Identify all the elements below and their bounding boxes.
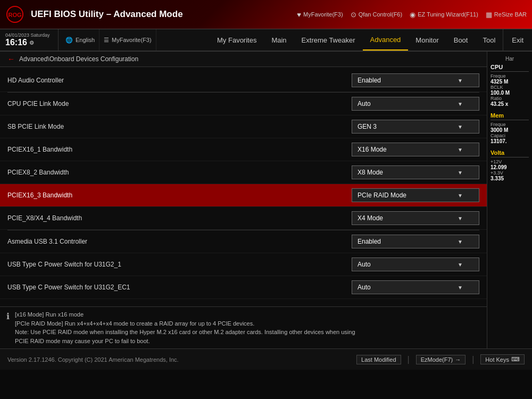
chevron-down-icon: ▼ xyxy=(458,285,463,290)
dropdown-pciex8-2[interactable]: X8 Mode ▼ xyxy=(352,165,479,179)
setting-label-cpu-pcie: CPU PCIE Link Mode xyxy=(7,100,352,107)
chevron-down-icon: ▼ xyxy=(458,239,463,245)
hot-keys-icon: ⌨ xyxy=(511,356,520,363)
ezmode-arrow-icon: → xyxy=(455,356,461,363)
mem-cap-label: Capaci xyxy=(491,133,529,138)
sidebar-title: Har xyxy=(491,56,529,62)
heart-icon: ♥ xyxy=(297,11,301,19)
chevron-down-icon: ▼ xyxy=(458,78,463,84)
info-text: [x16 Mode] Run x16 mode [PCIe RAID Mode]… xyxy=(15,310,355,345)
tab-extreme[interactable]: Extreme Tweaker xyxy=(294,29,363,51)
setting-row-cpu-pcie[interactable]: CPU PCIE Link Mode Auto ▼ xyxy=(0,93,487,115)
cpu-bclk-value: 100.0 M xyxy=(491,90,529,96)
dropdown-wrapper-asmedia-usb: Enabled ▼ xyxy=(352,235,479,248)
setting-row-pciex16-1[interactable]: PCIEX16_1 Bandwidth X16 Mode ▼ xyxy=(0,138,487,161)
chevron-down-icon: ▼ xyxy=(458,147,463,153)
cpu-freq-value: 4325 M xyxy=(491,79,529,85)
fav-nav-icon: ☰ xyxy=(104,37,109,44)
dropdown-pciex16-3[interactable]: PCIe RAID Mode ▼ xyxy=(352,188,479,202)
ezmode-btn[interactable]: EzMode(F7) → xyxy=(416,355,466,364)
tab-monitor[interactable]: Monitor xyxy=(408,29,446,51)
bios-title: UEFI BIOS Utility – Advanced Mode xyxy=(31,9,183,20)
mem-freq-label: Freque xyxy=(491,122,529,127)
breadcrumb-bar: ← Advanced\Onboard Devices Configuration xyxy=(0,52,487,67)
footer-right: Last Modified | EzMode(F7) → | Hot Keys … xyxy=(356,354,525,364)
myfavorite-btn[interactable]: ♥ MyFavorite(F3) xyxy=(297,11,343,19)
top-header: ROG UEFI BIOS Utility – Advanced Mode ♥ … xyxy=(0,0,532,29)
dropdown-usb-c-u31g2-1[interactable]: Auto ▼ xyxy=(352,257,479,271)
tab-exit[interactable]: Exit xyxy=(503,29,532,51)
setting-label-pcie-x8x4: PCIE_X8/X4_4 Bandwidth xyxy=(7,214,352,222)
dropdown-usb-c-u31g2-ec1[interactable]: Auto ▼ xyxy=(352,280,479,294)
dropdown-hd-audio[interactable]: Enabled ▼ xyxy=(352,73,479,87)
chevron-down-icon: ▼ xyxy=(458,215,463,221)
setting-row-pcie-x8x4[interactable]: PCIE_X8/X4_4 Bandwidth X4 Mode ▼ xyxy=(0,207,487,230)
dropdown-pciex16-1[interactable]: X16 Mode ▼ xyxy=(352,143,479,156)
setting-row-usb-c-u31g2-ec1[interactable]: USB Type C Power Switch for U31G2_EC1 Au… xyxy=(0,276,487,299)
sidebar-volt-header: Volta xyxy=(491,149,529,157)
setting-label-hd-audio: HD Audio Controller xyxy=(7,77,352,84)
footer: Version 2.17.1246. Copyright (C) 2021 Am… xyxy=(0,348,532,370)
dropdown-wrapper-pcie-x8x4: X4 Mode ▼ xyxy=(352,211,479,225)
header-controls: ♥ MyFavorite(F3) ⊙ Qfan Control(F6) ◉ EZ… xyxy=(297,11,527,19)
myfavorite-nav[interactable]: ☰ MyFavorite(F3) xyxy=(99,29,156,51)
chevron-down-icon: ▼ xyxy=(458,262,463,268)
setting-label-sb-pcie: SB PCIE Link Mode xyxy=(7,123,352,130)
setting-row-asmedia-usb[interactable]: Asmedia USB 3.1 Controller Enabled ▼ xyxy=(0,230,487,253)
dropdown-pcie-x8x4[interactable]: X4 Mode ▼ xyxy=(352,211,479,225)
dropdown-wrapper-sb-pcie: GEN 3 ▼ xyxy=(352,120,479,134)
sidebar-section-volt: Volta +12V 12.099 +3.3V 3.335 xyxy=(491,149,529,181)
dropdown-wrapper-pciex16-3: PCIe RAID Mode ▼ xyxy=(352,188,479,202)
nav-items: 🌐 English ☰ MyFavorite(F3) xyxy=(59,29,210,51)
eztuning-btn[interactable]: ◉ EZ Tuning Wizard(F11) xyxy=(410,11,478,19)
cpu-bclk-label: BCLK xyxy=(491,85,529,90)
tuning-icon: ◉ xyxy=(410,11,415,19)
tab-boot[interactable]: Boot xyxy=(446,29,476,51)
setting-row-usb-c-u31g2-1[interactable]: USB Type C Power Switch for U31G2_1 Auto… xyxy=(0,253,487,276)
tab-favorites[interactable]: My Favorites xyxy=(210,29,264,51)
fan-icon: ⊙ xyxy=(351,11,356,19)
main-layout: ← Advanced\Onboard Devices Configuration… xyxy=(0,52,532,348)
cpu-ratio-value: 43.25 x xyxy=(491,101,529,107)
tab-advanced[interactable]: Advanced xyxy=(363,29,409,51)
mem-freq-value: 3000 M xyxy=(491,127,529,133)
back-arrow-icon[interactable]: ← xyxy=(7,55,15,63)
cpu-ratio-label: Ratio xyxy=(491,96,529,101)
volt-12v-label: +12V xyxy=(491,159,529,164)
resizebar-btn[interactable]: ▦ ReSize BAR xyxy=(486,11,527,19)
dropdown-sb-pcie[interactable]: GEN 3 ▼ xyxy=(352,120,479,134)
hot-keys-btn[interactable]: Hot Keys ⌨ xyxy=(480,354,525,364)
breadcrumb: Advanced\Onboard Devices Configuration xyxy=(19,55,138,63)
setting-label-pciex16-3: PCIEX16_3 Bandwidth xyxy=(7,192,352,199)
sidebar-section-cpu: CPU Freque 4325 M BCLK 100.0 M Ratio 43.… xyxy=(491,64,529,107)
setting-row-pciex8-2[interactable]: PCIEX8_2 Bandwidth X8 Mode ▼ xyxy=(0,161,487,184)
setting-label-pciex16-1: PCIEX16_1 Bandwidth xyxy=(7,146,352,153)
sidebar-mem-header: Mem xyxy=(491,112,529,120)
last-modified-btn[interactable]: Last Modified xyxy=(356,355,401,364)
sidebar-cpu-header: CPU xyxy=(491,64,529,72)
resize-icon: ▦ xyxy=(486,11,492,19)
setting-label-usb-c-u31g2-1: USB Type C Power Switch for U31G2_1 xyxy=(7,261,352,268)
language-selector[interactable]: 🌐 English xyxy=(61,29,99,51)
nav-bar: 04/01/2023 Saturday 16:16 ⚙ 🌐 English ☰ … xyxy=(0,29,532,52)
setting-row-sb-pcie[interactable]: SB PCIE Link Mode GEN 3 ▼ xyxy=(0,115,487,138)
rog-logo: ROG xyxy=(5,5,24,24)
dropdown-wrapper-hd-audio: Enabled ▼ xyxy=(352,73,479,87)
setting-row-hd-audio[interactable]: HD Audio Controller Enabled ▼ xyxy=(0,69,487,92)
setting-row-pciex16-3[interactable]: PCIEX16_3 Bandwidth PCIe RAID Mode ▼ xyxy=(0,184,487,207)
gear-icon[interactable]: ⚙ xyxy=(29,40,34,46)
time-display: 16:16 ⚙ xyxy=(5,38,53,47)
tab-main[interactable]: Main xyxy=(264,29,294,51)
dropdown-wrapper-usb-c-u31g2-ec1: Auto ▼ xyxy=(352,280,479,294)
settings-list: HD Audio Controller Enabled ▼ CPU PCIE L… xyxy=(0,67,487,306)
tab-tool[interactable]: Tool xyxy=(475,29,503,51)
chevron-down-icon: ▼ xyxy=(458,193,463,198)
chevron-down-icon: ▼ xyxy=(458,101,463,107)
dropdown-cpu-pcie[interactable]: Auto ▼ xyxy=(352,97,479,111)
cpu-freq-label: Freque xyxy=(491,73,529,79)
qfan-btn[interactable]: ⊙ Qfan Control(F6) xyxy=(351,11,403,19)
chevron-down-icon: ▼ xyxy=(458,124,463,130)
globe-icon: 🌐 xyxy=(65,37,73,44)
dropdown-asmedia-usb[interactable]: Enabled ▼ xyxy=(352,235,479,248)
dropdown-wrapper-pciex8-2: X8 Mode ▼ xyxy=(352,165,479,179)
